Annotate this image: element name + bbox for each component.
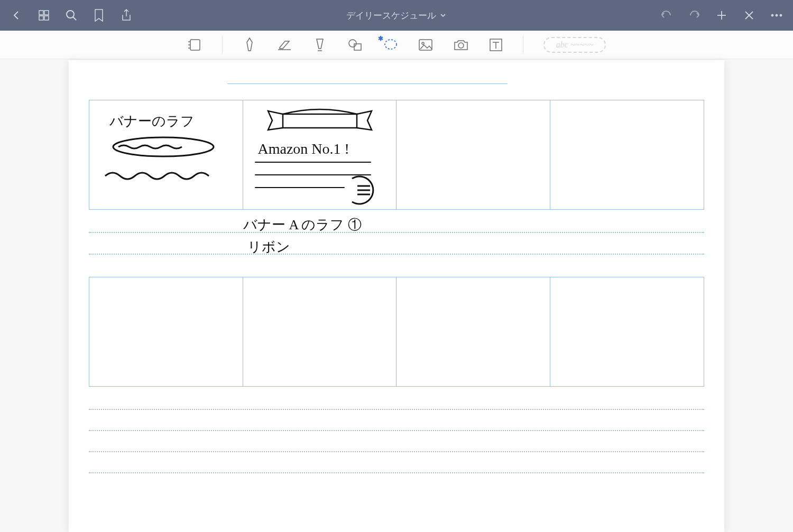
share-icon[interactable] bbox=[119, 8, 133, 22]
close-stylus-icon[interactable] bbox=[742, 8, 756, 22]
add-icon[interactable] bbox=[715, 8, 729, 22]
top-nav: デイリースケジュール bbox=[0, 0, 793, 31]
redo-icon[interactable] bbox=[687, 8, 701, 22]
notebook-tool-icon[interactable] bbox=[187, 38, 202, 52]
svg-rect-1 bbox=[44, 11, 49, 15]
workspace: バナーのラフ Amazon No.1 ! bbox=[0, 59, 793, 532]
svg-rect-13 bbox=[190, 40, 200, 50]
ruled-line bbox=[89, 472, 704, 473]
title-underline bbox=[227, 83, 508, 84]
svg-point-12 bbox=[780, 14, 782, 16]
svg-rect-3 bbox=[44, 16, 49, 20]
sketch-line bbox=[255, 162, 371, 163]
storyboard-cell[interactable] bbox=[396, 100, 550, 209]
svg-point-4 bbox=[67, 11, 74, 18]
pen-tool-icon[interactable] bbox=[243, 37, 256, 53]
storyboard-cell[interactable] bbox=[243, 277, 397, 386]
camera-tool-icon[interactable] bbox=[453, 39, 469, 51]
image-tool-icon[interactable] bbox=[418, 39, 433, 51]
toolbar: ✱ abc ~~~~~ bbox=[0, 31, 793, 59]
ruled-line bbox=[89, 451, 704, 452]
lasso-tool-icon[interactable]: ✱ bbox=[383, 38, 398, 52]
grid-view-icon[interactable] bbox=[37, 8, 51, 22]
svg-point-16 bbox=[385, 40, 396, 49]
svg-point-14 bbox=[349, 40, 356, 47]
sketch-button-icon bbox=[348, 174, 380, 206]
toolbar-divider bbox=[222, 36, 223, 54]
svg-rect-15 bbox=[354, 44, 361, 50]
sketch-ribbon bbox=[251, 104, 389, 141]
eraser-tool-icon[interactable] bbox=[276, 38, 292, 52]
back-icon[interactable] bbox=[10, 8, 23, 22]
undo-icon[interactable] bbox=[660, 8, 674, 22]
placeholder-text: abc ~~~~~ bbox=[556, 40, 593, 49]
storyboard-cell[interactable] bbox=[396, 277, 550, 386]
ruled-line bbox=[89, 409, 704, 410]
svg-rect-0 bbox=[39, 11, 43, 15]
storyboard-cell[interactable] bbox=[550, 277, 704, 386]
chevron-down-icon bbox=[439, 12, 447, 19]
storyboard-cell[interactable]: Amazon No.1 ! bbox=[243, 100, 397, 209]
highlighter-tool-icon[interactable] bbox=[312, 37, 327, 53]
search-icon[interactable] bbox=[64, 8, 78, 22]
note-page[interactable]: バナーのラフ Amazon No.1 ! bbox=[69, 60, 724, 532]
svg-point-18 bbox=[422, 42, 424, 44]
bookmark-icon[interactable] bbox=[92, 8, 106, 22]
ruled-line bbox=[89, 254, 704, 255]
svg-point-11 bbox=[776, 14, 778, 16]
sketch-line bbox=[255, 187, 345, 188]
more-icon[interactable] bbox=[770, 8, 783, 22]
storyboard-cell[interactable]: バナーのラフ bbox=[89, 100, 243, 209]
svg-line-5 bbox=[73, 17, 76, 20]
text-entry-placeholder[interactable]: abc ~~~~~ bbox=[543, 37, 606, 53]
svg-rect-2 bbox=[39, 16, 43, 20]
text-tool-icon[interactable] bbox=[489, 38, 503, 52]
storyboard-row-2 bbox=[89, 277, 704, 387]
document-title-dropdown[interactable]: デイリースケジュール bbox=[133, 10, 660, 22]
handwriting-text: Amazon No.1 ! bbox=[258, 141, 349, 157]
handwriting-text: バナーのラフ bbox=[109, 112, 195, 130]
bluetooth-badge-icon: ✱ bbox=[378, 35, 383, 42]
nav-right bbox=[660, 8, 783, 22]
svg-point-10 bbox=[771, 14, 773, 16]
nav-left bbox=[10, 8, 133, 22]
toolbar-divider bbox=[523, 36, 523, 54]
ruled-line bbox=[89, 430, 704, 431]
handwriting-caption: リボン bbox=[247, 238, 290, 256]
handwriting-caption: バナー A のラフ ① bbox=[243, 216, 362, 234]
shape-tool-icon[interactable] bbox=[347, 38, 363, 52]
document-title: デイリースケジュール bbox=[346, 10, 436, 22]
storyboard-cell[interactable] bbox=[550, 100, 704, 209]
storyboard-cell[interactable] bbox=[89, 277, 243, 386]
svg-point-19 bbox=[458, 43, 464, 48]
ruled-line bbox=[89, 232, 704, 233]
storyboard-row-1: バナーのラフ Amazon No.1 ! bbox=[89, 100, 704, 210]
sketch-oval-wave bbox=[95, 131, 232, 205]
